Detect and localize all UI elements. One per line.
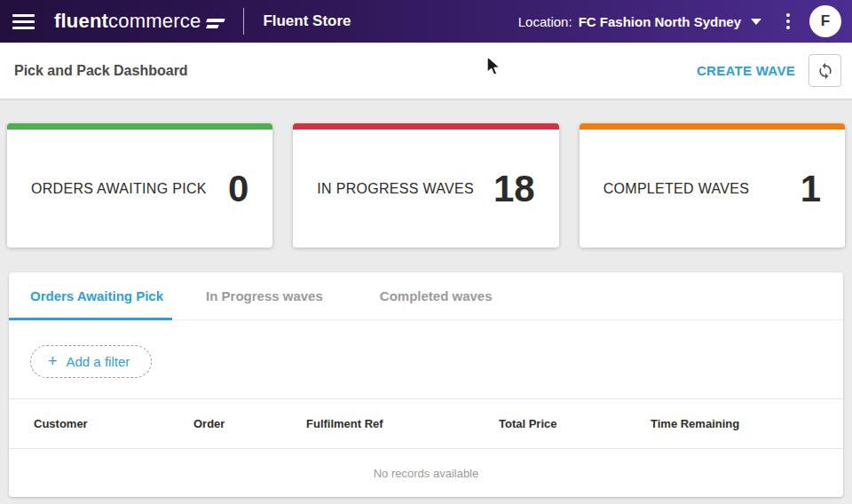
column-header-time-remaining: Time Remaining	[651, 417, 843, 430]
app-title: Fluent Store	[263, 12, 351, 30]
column-header-order: Order	[193, 417, 306, 430]
column-header-total-price: Total Price	[499, 417, 651, 430]
tab-bar: Orders Awaiting Pick In Progress waves C…	[9, 272, 843, 320]
add-filter-button[interactable]: + Add a filter	[30, 345, 152, 378]
add-filter-label: Add a filter	[67, 354, 130, 369]
logo-text-bold: fluent	[54, 10, 108, 33]
kebab-menu-icon[interactable]	[785, 10, 792, 33]
plus-icon: +	[48, 353, 58, 369]
card-accent-red	[293, 123, 558, 130]
tab-orders-awaiting-pick[interactable]: Orders Awaiting Pick	[9, 272, 172, 319]
refresh-button[interactable]	[809, 54, 841, 87]
navbar-right: Location: FC Fashion North Sydney F	[518, 5, 841, 37]
tab-in-progress-waves[interactable]: In Progress waves	[183, 272, 346, 319]
fluentcommerce-logo: fluentcommerce	[54, 10, 225, 33]
card-value: 0	[228, 168, 248, 210]
location-value: FC Fashion North Sydney	[579, 14, 741, 29]
table-header-row: Customer Order Fulfilment Ref Total Pric…	[9, 398, 843, 448]
card-value: 1	[801, 168, 821, 210]
location-label: Location:	[518, 14, 572, 29]
navbar-divider	[243, 8, 244, 35]
location-selector[interactable]: Location: FC Fashion North Sydney	[518, 14, 761, 29]
orders-panel: Orders Awaiting Pick In Progress waves C…	[9, 272, 843, 497]
logo-text-light: commerce	[108, 10, 201, 33]
top-navbar: fluentcommerce Fluent Store Location: FC…	[0, 0, 852, 43]
card-completed-waves: COMPLETED WAVES 1	[580, 123, 845, 248]
filter-row: + Add a filter	[9, 320, 843, 398]
card-in-progress-waves: IN PROGRESS WAVES 18	[293, 123, 558, 248]
card-orders-awaiting-pick: ORDERS AWAITING PICK 0	[7, 123, 272, 248]
chevron-down-icon	[751, 19, 761, 25]
avatar[interactable]: F	[809, 5, 841, 37]
create-wave-button[interactable]: CREATE WAVE	[697, 63, 795, 78]
card-value: 18	[493, 168, 535, 210]
card-accent-green	[7, 123, 272, 130]
column-header-customer: Customer	[34, 417, 193, 430]
empty-state-message: No records available	[374, 467, 479, 480]
refresh-icon	[816, 62, 834, 80]
column-header-fulfilment-ref: Fulfilment Ref	[306, 417, 499, 430]
navbar-left: fluentcommerce Fluent Store	[12, 8, 351, 35]
stat-cards-row: ORDERS AWAITING PICK 0 IN PROGRESS WAVES…	[0, 99, 852, 248]
tab-completed-waves[interactable]: Completed waves	[357, 272, 516, 319]
logo-bars-icon	[207, 19, 225, 28]
card-label: COMPLETED WAVES	[604, 181, 750, 197]
empty-state-row: No records available	[9, 448, 843, 497]
header-actions: CREATE WAVE	[697, 54, 841, 87]
card-accent-orange	[580, 123, 845, 130]
page-title: Pick and Pack Dashboard	[14, 63, 188, 79]
card-label: ORDERS AWAITING PICK	[31, 181, 207, 197]
hamburger-menu-icon[interactable]	[12, 14, 35, 29]
page-header: Pick and Pack Dashboard CREATE WAVE	[0, 43, 852, 99]
card-label: IN PROGRESS WAVES	[317, 181, 474, 197]
